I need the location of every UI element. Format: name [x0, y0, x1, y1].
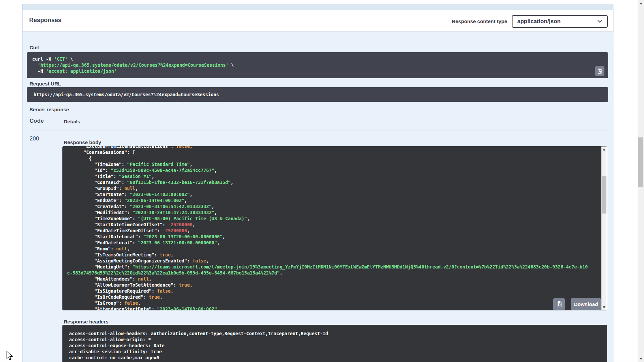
status-code: 200	[30, 135, 39, 142]
curl-command-block: curl -X 'GET' \ 'https://api-qa.365.syst…	[27, 52, 608, 78]
header-shadow-strip	[22, 4, 613, 10]
response-content-type-label: Response content type	[452, 18, 507, 24]
responses-title: Responses	[29, 17, 61, 24]
details-column-header: Details	[64, 119, 80, 124]
copy-to-clipboard-icon	[597, 68, 602, 74]
response-body-scrollbar-thumb[interactable]	[602, 176, 606, 214]
download-button[interactable]: Download	[571, 298, 601, 310]
response-body-block: "ExcludeFromLicenseCalculations": false,…	[62, 146, 607, 310]
page-scrollbar-thumb[interactable]	[638, 137, 643, 187]
request-url-block: https://api-qa.365.systems/odata/v2/Cour…	[27, 87, 608, 102]
code-column-header: Code	[30, 118, 44, 124]
copy-to-clipboard-icon	[556, 301, 562, 308]
mouse-cursor	[6, 351, 14, 362]
response-content-type-value: application/json	[517, 18, 560, 25]
table-divider	[30, 130, 608, 130]
request-url-label: Request URL	[30, 81, 61, 86]
response-headers-label: Response headers	[64, 319, 108, 324]
scroll-up-arrow-icon[interactable]	[638, 0, 644, 6]
response-body-scrollbar[interactable]	[601, 146, 607, 310]
server-response-label: Server response	[30, 107, 69, 112]
request-url-value: https://api-qa.365.systems/odata/v2/Cour…	[34, 92, 601, 98]
scroll-up-arrow-icon[interactable]	[601, 146, 607, 152]
curl-copy-button[interactable]	[595, 66, 604, 76]
response-copy-button[interactable]	[553, 298, 565, 310]
response-headers-text: access-control-allow-headers: authorizat…	[62, 325, 607, 361]
chevron-down-icon	[597, 18, 602, 25]
scroll-down-arrow-icon[interactable]	[601, 304, 607, 310]
page-scrollbar[interactable]	[638, 0, 644, 362]
curl-label: Curl	[30, 45, 40, 50]
response-content-type-select[interactable]: application/json	[512, 15, 608, 28]
curl-command: curl -X 'GET' \ 'https://api-qa.365.syst…	[32, 56, 603, 74]
response-headers-block: access-control-allow-headers: authorizat…	[62, 325, 607, 362]
response-body-json: "ExcludeFromLicenseCalculations": false,…	[62, 146, 607, 310]
response-body-label: Response body	[64, 139, 101, 145]
scroll-down-arrow-icon[interactable]	[638, 356, 644, 362]
